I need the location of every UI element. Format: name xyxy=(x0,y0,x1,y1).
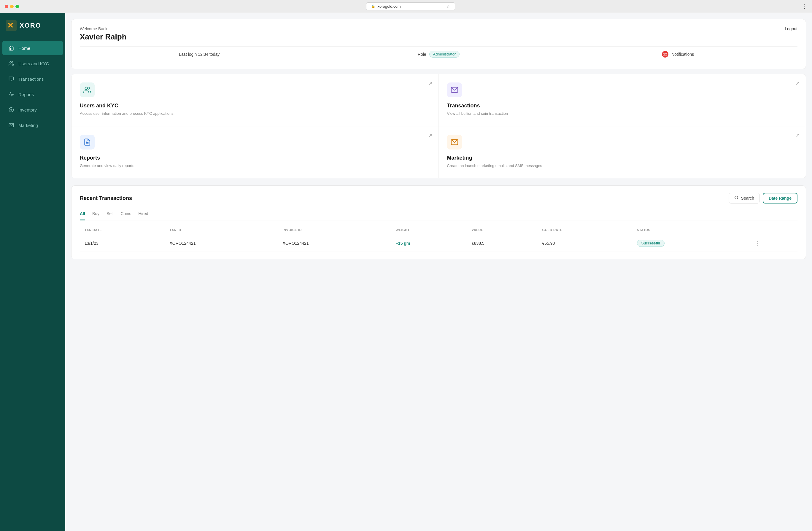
tab-all[interactable]: All xyxy=(80,208,85,220)
cell-gold-rate: €55.90 xyxy=(538,235,632,252)
main-content: Welcome Back, Xavier Ralph Logout Last l… xyxy=(65,13,812,531)
module-title-transactions: Transactions xyxy=(447,103,798,109)
sidebar-label-home: Home xyxy=(18,46,30,51)
col-txn-id: TXN ID xyxy=(165,225,278,235)
logout-button[interactable]: Logout xyxy=(785,26,797,31)
module-icon-users-kyc xyxy=(80,83,95,97)
role-label: Role xyxy=(418,52,426,57)
sidebar-label-inventory: Inventory xyxy=(18,107,37,113)
browser-dot-red[interactable] xyxy=(5,5,8,8)
welcome-name: Xavier Ralph xyxy=(80,32,127,42)
svg-line-16 xyxy=(737,198,738,200)
bookmark-icon: ☆ xyxy=(447,4,450,9)
sidebar-item-home[interactable]: Home xyxy=(2,41,63,55)
table-header-row: TXN DATE TXN ID INVOICE ID WEIGHT VALUE … xyxy=(80,225,797,235)
module-icon-reports xyxy=(80,135,95,149)
module-card-marketing[interactable]: ↗ Marketing Create an launch marketing e… xyxy=(439,127,806,178)
transactions-icon xyxy=(8,76,14,82)
col-value: VALUE xyxy=(467,225,538,235)
inventory-icon xyxy=(8,107,14,113)
browser-dot-green[interactable] xyxy=(15,5,19,8)
address-bar[interactable]: 🔒 xorogold.com ☆ xyxy=(366,2,455,10)
cell-invoice-id: XORO124421 xyxy=(278,235,391,252)
arrow-icon-transactions: ↗ xyxy=(795,80,800,87)
section-actions: Search Date Range xyxy=(729,193,797,204)
sidebar-nav: Home Users and KYC xyxy=(0,38,65,135)
notifications-item[interactable]: 12 Notifications xyxy=(559,47,797,62)
tab-coins[interactable]: Coins xyxy=(120,208,131,220)
last-login-item: Last login 12:34 today xyxy=(80,47,319,62)
module-desc-transactions: View all bullion and coin transaction xyxy=(447,110,798,117)
reports-icon xyxy=(8,91,14,97)
col-invoice-id: INVOICE ID xyxy=(278,225,391,235)
module-desc-users-kyc: Access user information and process KYC … xyxy=(80,110,430,117)
col-weight: WEIGHT xyxy=(391,225,467,235)
browser-dot-yellow[interactable] xyxy=(10,5,14,8)
logo-text: XORO xyxy=(19,21,41,29)
table-row: 13/1/23 XORO124421 XORO124421 +15 gm €83… xyxy=(80,235,797,252)
module-card-users-kyc[interactable]: ↗ Users and KYC Access user information … xyxy=(72,74,439,127)
date-range-button[interactable]: Date Range xyxy=(763,193,797,204)
svg-point-10 xyxy=(85,87,88,90)
last-login-text: Last login 12:34 today xyxy=(179,52,219,57)
module-card-reports[interactable]: ↗ Reports Generate and view daily report… xyxy=(72,127,439,178)
url-text: xorogold.com xyxy=(378,4,401,9)
svg-point-2 xyxy=(10,61,12,63)
section-header: Recent Transactions Search Date Range xyxy=(80,193,797,204)
transaction-tabs: All Buy Sell Coins Hired xyxy=(80,208,797,220)
welcome-card: Welcome Back, Xavier Ralph Logout Last l… xyxy=(71,19,806,69)
cell-row-menu[interactable]: ⋮ xyxy=(750,235,797,252)
browser-menu-icon[interactable]: ⋮ xyxy=(802,3,807,10)
search-button[interactable]: Search xyxy=(729,193,760,204)
svg-point-15 xyxy=(735,196,738,199)
sidebar-item-reports[interactable]: Reports xyxy=(2,87,63,101)
notifications-count-badge: 12 xyxy=(662,51,668,58)
sidebar-item-inventory[interactable]: Inventory xyxy=(2,103,63,117)
tab-hired[interactable]: Hired xyxy=(138,208,148,220)
sidebar-logo: ✕ XORO xyxy=(0,13,65,38)
sidebar-item-users-kyc[interactable]: Users and KYC xyxy=(2,56,63,71)
module-icon-transactions xyxy=(447,83,462,97)
col-txn-date: TXN DATE xyxy=(80,225,165,235)
notifications-label: Notifications xyxy=(671,52,694,57)
col-status: STATUS xyxy=(632,225,750,235)
sidebar-item-transactions[interactable]: Transactions xyxy=(2,72,63,86)
col-actions xyxy=(750,225,797,235)
status-badge: Successful xyxy=(637,240,665,247)
svg-text:✕: ✕ xyxy=(7,21,14,30)
cell-status: Successful xyxy=(632,235,750,252)
app-container: ✕ XORO Home xyxy=(0,13,812,531)
module-desc-reports: Generate and view daily reports xyxy=(80,163,430,169)
lock-icon: 🔒 xyxy=(371,4,375,8)
module-desc-marketing: Create an launch marketing emails and SM… xyxy=(447,163,798,169)
browser-address-bar: 🔒 xorogold.com ☆ xyxy=(23,2,798,10)
role-badge: Administrator xyxy=(429,51,460,58)
cell-txn-date: 13/1/23 xyxy=(80,235,165,252)
module-title-marketing: Marketing xyxy=(447,155,798,161)
module-title-reports: Reports xyxy=(80,155,430,161)
browser-dots xyxy=(5,5,19,8)
modules-grid: ↗ Users and KYC Access user information … xyxy=(71,74,806,178)
search-label: Search xyxy=(741,196,754,201)
svg-rect-3 xyxy=(9,77,14,80)
tab-sell[interactable]: Sell xyxy=(106,208,113,220)
sidebar-item-marketing[interactable]: Marketing xyxy=(2,118,63,132)
welcome-header: Welcome Back, Xavier Ralph Logout xyxy=(80,26,797,42)
arrow-icon-marketing: ↗ xyxy=(795,132,800,139)
welcome-text-block: Welcome Back, Xavier Ralph xyxy=(80,26,127,42)
sidebar: ✕ XORO Home xyxy=(0,13,65,531)
users-icon xyxy=(8,60,14,67)
sidebar-label-users-kyc: Users and KYC xyxy=(18,61,49,66)
tab-buy[interactable]: Buy xyxy=(92,208,99,220)
marketing-icon xyxy=(8,122,14,128)
row-menu-icon[interactable]: ⋮ xyxy=(755,240,760,246)
cell-weight: +15 gm xyxy=(391,235,467,252)
cell-txn-id: XORO124421 xyxy=(165,235,278,252)
transactions-section: Recent Transactions Search Date Range xyxy=(71,186,806,259)
arrow-icon-users-kyc: ↗ xyxy=(428,80,433,87)
logo-icon: ✕ xyxy=(6,20,17,31)
sidebar-label-transactions: Transactions xyxy=(18,76,44,82)
module-title-users-kyc: Users and KYC xyxy=(80,103,430,109)
module-card-transactions[interactable]: ↗ Transactions View all bullion and coin… xyxy=(439,74,806,127)
sidebar-label-marketing: Marketing xyxy=(18,123,38,128)
